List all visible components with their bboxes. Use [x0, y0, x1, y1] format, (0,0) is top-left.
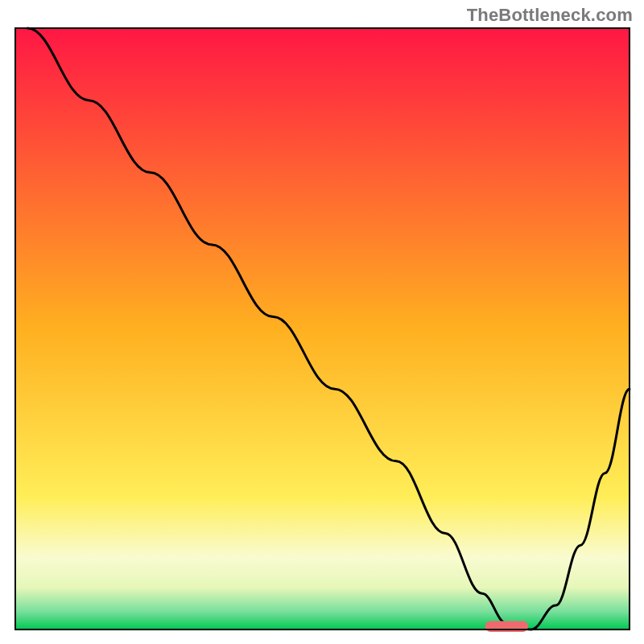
bottleneck-chart — [0, 0, 644, 644]
watermark-text: TheBottleneck.com — [467, 5, 633, 26]
chart-background — [15, 28, 630, 630]
chart-stage: TheBottleneck.com — [0, 0, 644, 644]
